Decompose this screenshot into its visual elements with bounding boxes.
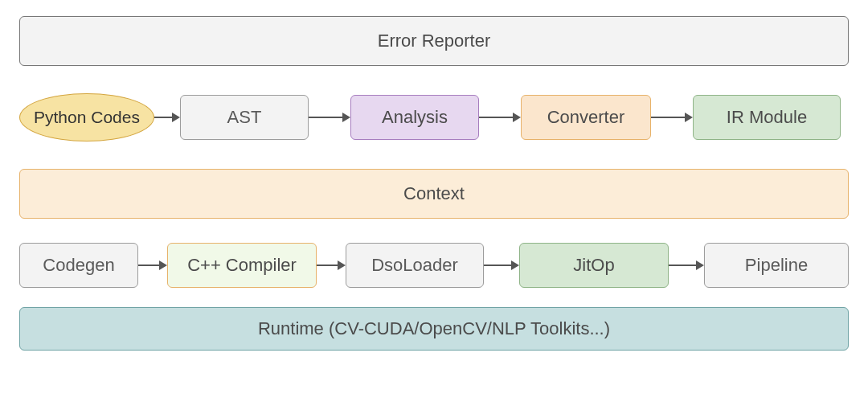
cpp-compiler-label: C++ Compiler xyxy=(187,255,297,276)
svg-marker-9 xyxy=(159,260,167,270)
ast-node: AST xyxy=(180,95,309,140)
runtime-box: Runtime (CV-CUDA/OpenCV/NLP Toolkits...) xyxy=(19,307,849,351)
svg-marker-7 xyxy=(685,113,693,122)
svg-marker-5 xyxy=(513,113,521,122)
arrow-icon xyxy=(317,257,346,273)
arrow-icon xyxy=(154,109,180,125)
ast-label: AST xyxy=(227,107,262,128)
pipeline-row-1: Python Codes AST Analysis Converter IR M… xyxy=(19,93,849,141)
svg-marker-11 xyxy=(338,260,346,270)
ir-module-label: IR Module xyxy=(727,107,807,128)
dsoloader-label: DsoLoader xyxy=(371,255,458,276)
svg-marker-1 xyxy=(172,113,180,122)
svg-marker-15 xyxy=(696,260,704,270)
analysis-node: Analysis xyxy=(350,95,479,140)
cpp-compiler-node: C++ Compiler xyxy=(167,243,317,288)
error-reporter-box: Error Reporter xyxy=(19,16,849,66)
converter-label: Converter xyxy=(547,107,625,128)
python-codes-label: Python Codes xyxy=(34,108,140,127)
pipeline-node: Pipeline xyxy=(704,243,849,288)
analysis-label: Analysis xyxy=(382,107,448,128)
arrow-icon xyxy=(484,257,519,273)
svg-marker-13 xyxy=(511,260,519,270)
codegen-node: Codegen xyxy=(19,243,138,288)
runtime-label: Runtime (CV-CUDA/OpenCV/NLP Toolkits...) xyxy=(258,318,610,339)
context-box: Context xyxy=(19,169,849,219)
pipeline-label: Pipeline xyxy=(745,255,808,276)
converter-node: Converter xyxy=(521,95,651,140)
arrow-icon xyxy=(138,257,167,273)
context-label: Context xyxy=(403,183,465,204)
arrow-icon xyxy=(479,109,521,125)
arrow-icon xyxy=(651,109,693,125)
jitop-label: JitOp xyxy=(573,255,614,276)
python-codes-node: Python Codes xyxy=(19,93,154,141)
dsoloader-node: DsoLoader xyxy=(346,243,484,288)
jitop-node: JitOp xyxy=(519,243,669,288)
svg-marker-3 xyxy=(342,113,350,122)
codegen-label: Codegen xyxy=(43,255,114,276)
arrow-icon xyxy=(669,257,704,273)
pipeline-row-2: Codegen C++ Compiler DsoLoader JitOp Pip… xyxy=(19,243,849,288)
error-reporter-label: Error Reporter xyxy=(378,31,491,51)
arrow-icon xyxy=(309,109,350,125)
ir-module-node: IR Module xyxy=(693,95,841,140)
